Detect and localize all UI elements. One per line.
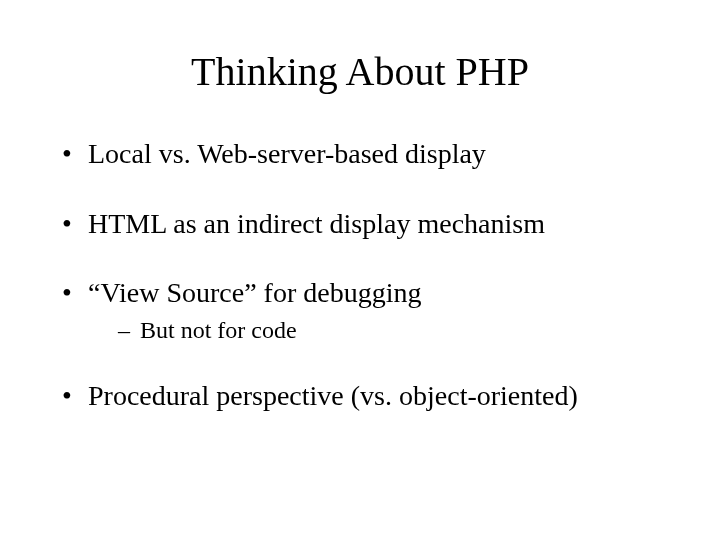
sub-bullet-item: But not for code — [118, 316, 670, 345]
slide-title: Thinking About PHP — [50, 48, 670, 95]
bullet-item: HTML as an indirect display mechanism — [62, 207, 670, 241]
sub-bullet-list: But not for code — [62, 316, 670, 345]
bullet-list: Local vs. Web-server-based display HTML … — [50, 137, 670, 412]
bullet-item: Procedural perspective (vs. object-orien… — [62, 379, 670, 413]
bullet-item: “View Source” for debugging — [62, 276, 670, 310]
bullet-item: Local vs. Web-server-based display — [62, 137, 670, 171]
